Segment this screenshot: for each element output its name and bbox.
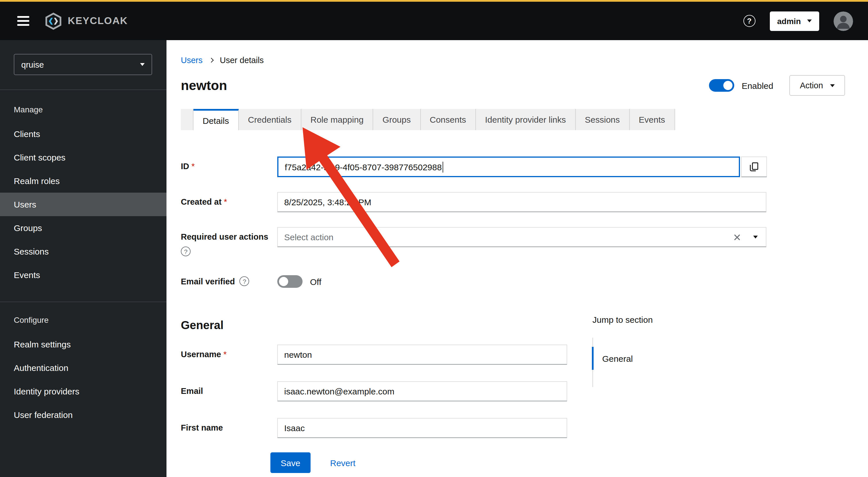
created-at-input[interactable] bbox=[277, 192, 766, 212]
chevron-down-icon bbox=[807, 20, 812, 22]
required-actions-select[interactable]: Select action bbox=[277, 227, 766, 247]
sidebar-item-users[interactable]: Users bbox=[0, 193, 166, 216]
action-label: Action bbox=[800, 81, 823, 90]
avatar[interactable] bbox=[834, 11, 853, 31]
sidebar-item-sessions[interactable]: Sessions bbox=[0, 240, 166, 263]
hamburger-icon bbox=[17, 16, 29, 18]
sidebar-item-user-federation[interactable]: User federation bbox=[0, 403, 166, 427]
first-name-input[interactable] bbox=[277, 418, 567, 438]
header-controls: Enabled Action bbox=[709, 75, 845, 96]
enabled-toggle[interactable] bbox=[709, 79, 734, 92]
sidebar-item-groups[interactable]: Groups bbox=[0, 216, 166, 240]
tab-sessions[interactable]: Sessions bbox=[576, 109, 630, 130]
keycloak-logo: KEYCLOAK bbox=[44, 12, 128, 30]
help-button[interactable]: ? bbox=[743, 15, 755, 27]
help-icon[interactable]: ? bbox=[240, 276, 249, 286]
user-menu-label: admin bbox=[777, 16, 801, 26]
jump-to-section-panel: Jump to section General bbox=[592, 315, 653, 387]
realm-selector[interactable]: qruise bbox=[14, 54, 152, 75]
keycloak-admin-console: KEYCLOAK ? admin qruise bbox=[0, 0, 868, 477]
copy-icon bbox=[750, 162, 758, 171]
sidebar-item-authentication[interactable]: Authentication bbox=[0, 356, 166, 379]
breadcrumb: Users User details bbox=[181, 55, 868, 65]
tab-groups[interactable]: Groups bbox=[373, 109, 421, 130]
nav-toggle-button[interactable] bbox=[15, 12, 32, 29]
tab-spacer bbox=[181, 109, 193, 130]
field-row-id: ID* f75a2a42-9fc9-4f05-8707-398776502988 bbox=[181, 157, 868, 177]
required-asterisk: * bbox=[224, 197, 227, 206]
id-value: f75a2a42-9fc9-4f05-8707-398776502988 bbox=[285, 162, 442, 172]
field-row-created-at: Created at* bbox=[181, 192, 868, 212]
sidebar-item-client-scopes[interactable]: Client scopes bbox=[0, 146, 166, 169]
email-verified-toggle[interactable] bbox=[277, 275, 303, 288]
realm-name: qruise bbox=[21, 60, 44, 69]
tab-details[interactable]: Details bbox=[193, 109, 239, 130]
sidebar-item-identity-providers[interactable]: Identity providers bbox=[0, 379, 166, 403]
required-asterisk: * bbox=[223, 350, 226, 359]
username-label: Username* bbox=[181, 345, 277, 359]
breadcrumb-users-link[interactable]: Users bbox=[181, 56, 203, 65]
field-row-required-actions: Required user actions ? Select action bbox=[181, 227, 868, 256]
nav-section-manage: Manage Clients Client scopes Realm roles… bbox=[0, 105, 166, 287]
jump-list: General bbox=[592, 338, 653, 387]
tab-events[interactable]: Events bbox=[629, 109, 675, 130]
copy-button[interactable] bbox=[741, 157, 767, 177]
required-actions-label: Required user actions ? bbox=[181, 227, 277, 256]
select-placeholder: Select action bbox=[284, 232, 334, 242]
required-asterisk: * bbox=[191, 162, 195, 171]
chevron-right-icon bbox=[209, 58, 214, 63]
revert-button[interactable]: Revert bbox=[330, 458, 355, 468]
layout: qruise Manage Clients Client scopes Real… bbox=[0, 40, 868, 477]
sidebar: qruise Manage Clients Client scopes Real… bbox=[0, 40, 166, 477]
user-menu-dropdown[interactable]: admin bbox=[770, 11, 819, 31]
id-input[interactable]: f75a2a42-9fc9-4f05-8707-398776502988 bbox=[277, 157, 740, 177]
action-dropdown[interactable]: Action bbox=[789, 75, 845, 96]
tab-consents[interactable]: Consents bbox=[421, 109, 476, 130]
form-actions: Save Revert bbox=[270, 452, 355, 473]
email-verified-toggle-group: Off bbox=[277, 271, 321, 288]
email-verified-label: Email verified ? bbox=[181, 271, 277, 286]
text-cursor bbox=[442, 161, 443, 172]
breadcrumb-current: User details bbox=[220, 56, 264, 65]
sidebar-item-clients[interactable]: Clients bbox=[0, 122, 166, 146]
field-row-username: Username* bbox=[181, 345, 868, 365]
username-input[interactable] bbox=[277, 345, 567, 365]
chevron-down-icon bbox=[830, 84, 834, 87]
chevron-down-icon bbox=[140, 63, 145, 66]
id-label: ID* bbox=[181, 157, 277, 171]
tab-role-mapping[interactable]: Role mapping bbox=[301, 109, 373, 130]
tab-credentials[interactable]: Credentials bbox=[239, 109, 301, 130]
user-avatar-icon bbox=[834, 11, 853, 31]
masthead-controls: ? admin bbox=[743, 11, 853, 31]
page-header: newton Enabled Action bbox=[181, 77, 845, 94]
close-icon bbox=[734, 234, 741, 240]
id-input-group: f75a2a42-9fc9-4f05-8707-398776502988 bbox=[277, 157, 767, 177]
sidebar-item-realm-roles[interactable]: Realm roles bbox=[0, 169, 166, 193]
sidebar-item-events[interactable]: Events bbox=[0, 263, 166, 287]
help-icon[interactable]: ? bbox=[181, 246, 191, 256]
masthead: KEYCLOAK ? admin bbox=[0, 2, 868, 40]
enabled-label: Enabled bbox=[742, 80, 773, 90]
nav-section-title-manage: Manage bbox=[0, 105, 166, 114]
created-at-label: Created at* bbox=[181, 192, 277, 206]
jump-item-general[interactable]: General bbox=[592, 347, 653, 370]
field-row-email-verified: Email verified ? Off bbox=[181, 271, 868, 288]
sidebar-item-realm-settings[interactable]: Realm settings bbox=[0, 333, 166, 356]
user-details-form: ID* f75a2a42-9fc9-4f05-8707-398776502988 bbox=[181, 157, 868, 438]
clear-selection-button[interactable] bbox=[734, 234, 741, 240]
tab-identity-provider-links[interactable]: Identity provider links bbox=[476, 109, 576, 130]
jump-to-section-title: Jump to section bbox=[592, 315, 653, 325]
page-title: newton bbox=[181, 78, 227, 93]
tab-bar: Details Credentials Role mapping Groups … bbox=[181, 109, 868, 130]
save-button[interactable]: Save bbox=[270, 452, 311, 473]
email-label: Email bbox=[181, 381, 277, 396]
sidebar-divider bbox=[0, 90, 166, 90]
help-icon: ? bbox=[743, 15, 755, 27]
field-row-first-name: First name bbox=[181, 418, 868, 438]
first-name-label: First name bbox=[181, 418, 277, 432]
email-input[interactable] bbox=[277, 381, 567, 401]
chevron-down-icon bbox=[753, 236, 758, 238]
general-section-heading: General bbox=[181, 319, 868, 332]
field-row-email: Email bbox=[181, 381, 868, 401]
keycloak-wordmark: KEYCLOAK bbox=[68, 15, 128, 27]
